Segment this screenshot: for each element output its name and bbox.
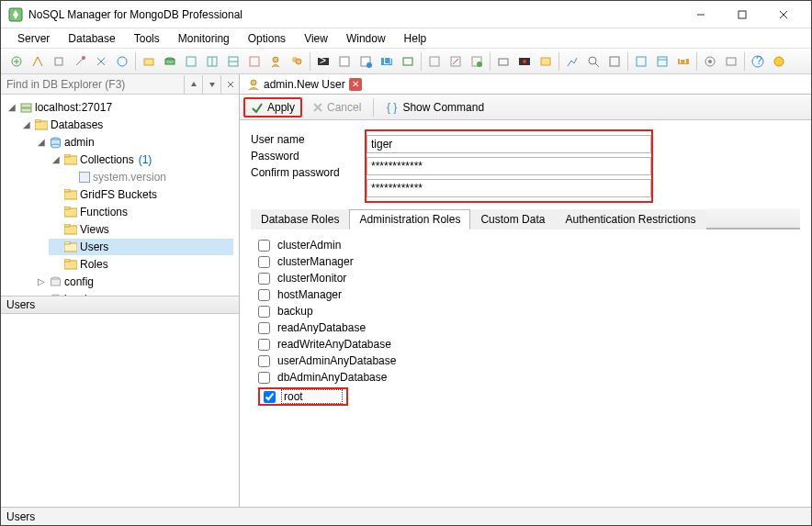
role-checkbox-dbadminanydatabase[interactable] xyxy=(258,372,270,384)
role-checkbox-clustermonitor[interactable] xyxy=(258,273,270,285)
tbicon-27[interactable] xyxy=(583,51,603,72)
tree-functions[interactable]: Functions xyxy=(49,204,233,220)
tbicon-29[interactable] xyxy=(631,51,651,72)
menu-tools[interactable]: Tools xyxy=(125,30,169,47)
editor-tab[interactable]: admin.New User ✕ xyxy=(243,77,366,92)
tree-roles[interactable]: Roles xyxy=(49,256,233,273)
tbicon-28[interactable] xyxy=(604,51,625,72)
role-label[interactable]: clusterAdmin xyxy=(276,239,343,252)
tab-database-roles[interactable]: Database Roles xyxy=(251,209,349,229)
find-down-button[interactable] xyxy=(202,75,220,94)
role-label[interactable]: userAdminAnyDatabase xyxy=(276,354,398,367)
tab-auth-restrictions[interactable]: Authentication Restrictions xyxy=(555,209,705,229)
apply-button[interactable]: Apply xyxy=(243,97,302,118)
tree-db-admin[interactable]: ◢ admin xyxy=(34,134,233,151)
tbicon-6[interactable] xyxy=(112,51,132,72)
tbicon-14[interactable] xyxy=(287,51,307,72)
tbicon-8[interactable] xyxy=(160,51,180,72)
tbicon-30[interactable] xyxy=(652,51,672,72)
tbicon-7[interactable] xyxy=(139,51,159,72)
tbicon-18[interactable]: LNQ xyxy=(377,51,397,72)
find-close-button[interactable] xyxy=(220,75,239,94)
tbicon-3[interactable] xyxy=(49,51,69,72)
role-checkbox-hostmanager[interactable] xyxy=(258,289,270,301)
find-up-button[interactable] xyxy=(184,75,202,94)
db-explorer-tree[interactable]: ◢ localhost:27017 ◢ Databases xyxy=(1,95,239,296)
password-input[interactable] xyxy=(367,157,651,175)
tbicon-21[interactable] xyxy=(445,51,466,72)
tree-gridfs[interactable]: GridFS Buckets xyxy=(49,186,233,203)
show-command-button[interactable]: { } Show Command xyxy=(379,97,491,118)
collapse-icon[interactable]: ◢ xyxy=(51,151,62,168)
tbicon-31[interactable]: HTTP xyxy=(673,51,694,72)
username-input[interactable] xyxy=(367,135,651,153)
tab-custom-data[interactable]: Custom Data xyxy=(470,209,555,229)
tbicon-5[interactable] xyxy=(91,51,111,72)
role-checkbox-backup[interactable] xyxy=(258,306,270,318)
tbicon-25[interactable] xyxy=(536,51,556,72)
tbicon-12[interactable] xyxy=(244,51,265,72)
close-window-button[interactable] xyxy=(762,2,804,28)
tree-system-version[interactable]: system.version xyxy=(63,169,233,185)
tbicon-4[interactable] xyxy=(70,51,90,72)
tbicon-2[interactable] xyxy=(28,51,48,72)
role-label[interactable]: root xyxy=(281,389,343,404)
tbicon-16[interactable] xyxy=(334,51,355,72)
menu-help[interactable]: Help xyxy=(395,30,436,47)
close-tab-button[interactable]: ✕ xyxy=(349,78,362,91)
tbicon-1[interactable] xyxy=(6,51,27,72)
tab-administration-roles[interactable]: Administration Roles xyxy=(349,209,470,229)
tree-databases[interactable]: ◢ Databases xyxy=(19,117,233,133)
menu-options[interactable]: Options xyxy=(239,30,295,47)
collapse-icon[interactable]: ◢ xyxy=(21,117,32,133)
menu-view[interactable]: View xyxy=(295,30,337,47)
menu-window[interactable]: Window xyxy=(337,30,395,47)
role-label[interactable]: dbAdminAnyDatabase xyxy=(276,371,389,384)
tbicon-34[interactable]: ? xyxy=(748,51,768,72)
users-list-pane[interactable] xyxy=(1,314,239,508)
minimize-button[interactable] xyxy=(680,2,721,28)
tree-db-config[interactable]: ▷config xyxy=(34,274,233,290)
collapse-icon[interactable]: ◢ xyxy=(36,134,47,151)
role-checkbox-root[interactable] xyxy=(264,391,276,403)
tbicon-23[interactable] xyxy=(493,51,513,72)
role-label[interactable]: hostManager xyxy=(276,288,344,301)
tbicon-24[interactable] xyxy=(514,51,535,72)
tbicon-17[interactable] xyxy=(355,51,376,72)
role-checkbox-useradminanydatabase[interactable] xyxy=(258,355,270,367)
find-input[interactable] xyxy=(1,76,184,93)
role-checkbox-readanydatabase[interactable] xyxy=(258,322,270,334)
tbicon-11[interactable] xyxy=(223,51,243,72)
tbicon-19[interactable] xyxy=(398,51,418,72)
role-checkbox-clustermanager[interactable] xyxy=(258,256,270,268)
tbicon-9[interactable] xyxy=(181,51,201,72)
tbicon-20[interactable] xyxy=(424,51,445,72)
role-label[interactable]: readAnyDatabase xyxy=(276,321,367,334)
menu-database[interactable]: Database xyxy=(59,30,124,47)
tbicon-13[interactable] xyxy=(265,51,286,72)
tree-collections[interactable]: ◢ Collections (1) xyxy=(49,151,233,168)
tbicon-15[interactable]: >_ xyxy=(313,51,333,72)
role-label[interactable]: clusterManager xyxy=(276,255,355,268)
tree-views[interactable]: Views xyxy=(49,221,233,238)
tbicon-33[interactable] xyxy=(721,51,741,72)
maximize-button[interactable] xyxy=(721,2,762,28)
collapse-icon[interactable]: ◢ xyxy=(6,99,17,116)
role-label[interactable]: readWriteAnyDatabase xyxy=(276,338,393,351)
menu-server[interactable]: Server xyxy=(8,30,59,47)
menu-monitoring[interactable]: Monitoring xyxy=(169,30,239,47)
tbicon-22[interactable] xyxy=(467,51,487,72)
tbicon-32[interactable] xyxy=(700,51,720,72)
tbicon-35[interactable] xyxy=(769,51,789,72)
tree-users[interactable]: Users xyxy=(49,239,233,255)
expand-icon[interactable]: ▷ xyxy=(36,274,47,290)
tbicon-10[interactable] xyxy=(202,51,222,72)
role-label[interactable]: clusterMonitor xyxy=(276,272,348,285)
tbicon-26[interactable] xyxy=(562,51,582,72)
confirm-input[interactable] xyxy=(367,179,651,197)
role-checkbox-readwriteanydatabase[interactable] xyxy=(258,339,270,351)
role-checkbox-clusteradmin[interactable] xyxy=(258,240,270,252)
tree-host[interactable]: ◢ localhost:27017 xyxy=(5,99,233,116)
role-label[interactable]: backup xyxy=(276,305,315,318)
cancel-button[interactable]: Cancel xyxy=(306,97,367,118)
